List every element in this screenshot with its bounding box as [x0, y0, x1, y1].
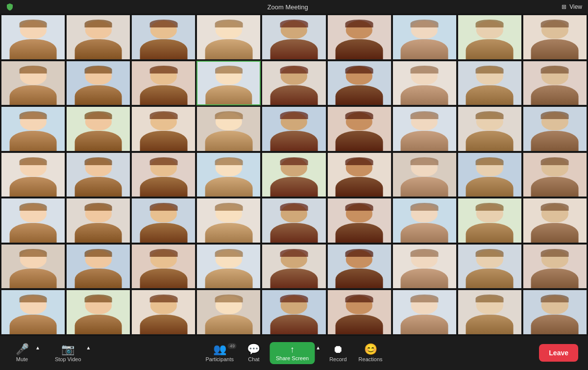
video-cell[interactable]	[131, 152, 196, 197]
video-cell[interactable]	[523, 61, 587, 106]
video-cell[interactable]	[196, 290, 261, 335]
participants-icon: 👥	[213, 344, 226, 355]
share-screen-label: Share Screen	[276, 355, 309, 361]
video-cell[interactable]	[458, 244, 522, 289]
stop-video-button[interactable]: 📷 Stop Video	[51, 342, 85, 364]
video-cell[interactable]	[66, 244, 130, 289]
video-cell[interactable]	[392, 152, 457, 197]
video-cell[interactable]	[196, 198, 261, 243]
reactions-label: Reactions	[359, 356, 383, 362]
video-cell[interactable]	[327, 106, 392, 151]
video-cell[interactable]	[327, 61, 392, 106]
chat-icon: 💬	[247, 344, 260, 355]
stop-video-icon: 📷	[61, 344, 74, 355]
video-cell[interactable]	[131, 106, 196, 151]
video-cell[interactable]	[392, 198, 457, 243]
video-cell[interactable]	[392, 61, 457, 106]
meeting-title: Zoom Meeting	[268, 3, 308, 11]
video-cell[interactable]	[131, 61, 196, 106]
participants-count-label: Participants	[205, 356, 233, 362]
video-cell[interactable]	[392, 106, 457, 151]
toolbar: 🎤 Mute ▲ 📷 Stop Video ▲ 👥 Participants 4…	[0, 336, 588, 370]
leave-button[interactable]: Leave	[539, 344, 578, 362]
stop-video-group: 📷 Stop Video ▲	[51, 342, 92, 364]
stop-video-arrow[interactable]: ▲	[85, 343, 92, 352]
video-cell[interactable]	[1, 198, 65, 243]
video-cell[interactable]	[523, 106, 587, 151]
video-cell[interactable]	[262, 244, 326, 289]
video-cell[interactable]	[523, 244, 587, 289]
video-cell[interactable]	[1, 106, 65, 151]
video-cell[interactable]	[131, 290, 196, 335]
view-icon: ⊞	[562, 3, 566, 10]
top-bar-left	[6, 3, 14, 11]
video-cell[interactable]	[131, 15, 196, 60]
video-cell[interactable]	[262, 152, 326, 197]
reactions-button[interactable]: 😊 Reactions	[355, 342, 387, 364]
video-cell[interactable]	[196, 61, 261, 106]
video-cell[interactable]	[458, 106, 522, 151]
video-cell[interactable]	[262, 198, 326, 243]
video-cell[interactable]	[392, 15, 457, 60]
video-cell[interactable]	[1, 61, 65, 106]
share-screen-icon: ↑	[290, 345, 294, 354]
video-cell[interactable]	[327, 198, 392, 243]
video-cell[interactable]	[458, 290, 522, 335]
video-cell[interactable]	[1, 244, 65, 289]
video-cell[interactable]	[523, 290, 587, 335]
video-cell[interactable]	[66, 152, 130, 197]
video-cell[interactable]	[131, 198, 196, 243]
record-icon: ⏺	[333, 344, 343, 355]
reactions-icon: 😊	[364, 344, 377, 355]
video-cell[interactable]	[327, 15, 392, 60]
mute-icon: 🎤	[16, 344, 29, 355]
chat-label: Chat	[248, 356, 259, 362]
video-cell[interactable]	[1, 152, 65, 197]
video-cell[interactable]	[523, 152, 587, 197]
video-cell[interactable]	[196, 244, 261, 289]
video-cell[interactable]	[1, 290, 65, 335]
video-cell[interactable]	[66, 61, 130, 106]
video-cell[interactable]	[1, 15, 65, 60]
chat-button[interactable]: 💬 Chat	[242, 342, 266, 364]
video-cell[interactable]	[458, 198, 522, 243]
share-screen-button[interactable]: ↑ Share Screen	[270, 342, 315, 364]
share-screen-arrow[interactable]: ▲	[315, 343, 321, 352]
video-grid	[0, 14, 588, 336]
record-label: Record	[329, 356, 346, 362]
top-bar-right: ⊞ View	[562, 3, 582, 10]
view-label[interactable]: View	[569, 3, 582, 10]
video-cell[interactable]	[66, 198, 130, 243]
video-cell[interactable]	[196, 152, 261, 197]
video-cell[interactable]	[66, 15, 130, 60]
participants-button[interactable]: 👥 Participants 49 49	[201, 342, 237, 364]
toolbar-center: 👥 Participants 49 49 💬 Chat ↑ Share Scre…	[201, 342, 386, 364]
stop-video-label: Stop Video	[55, 356, 81, 362]
video-cell[interactable]	[262, 15, 326, 60]
video-cell[interactable]	[458, 152, 522, 197]
video-cell[interactable]	[327, 244, 392, 289]
video-cell[interactable]	[131, 244, 196, 289]
record-button[interactable]: ⏺ Record	[325, 342, 350, 364]
video-cell[interactable]	[327, 152, 392, 197]
mute-arrow[interactable]: ▲	[34, 343, 41, 352]
mute-group: 🎤 Mute ▲	[10, 342, 41, 364]
video-cell[interactable]	[458, 61, 522, 106]
video-cell[interactable]	[458, 15, 522, 60]
video-cell[interactable]	[262, 290, 326, 335]
video-cell[interactable]	[262, 61, 326, 106]
video-cell[interactable]	[66, 106, 130, 151]
share-screen-group: ↑ Share Screen ▲	[270, 342, 321, 364]
video-cell[interactable]	[327, 290, 392, 335]
video-cell[interactable]	[196, 15, 261, 60]
video-cell[interactable]	[392, 290, 457, 335]
video-cell[interactable]	[66, 290, 130, 335]
video-cell[interactable]	[523, 198, 587, 243]
video-cell[interactable]	[523, 15, 587, 60]
top-bar: Zoom Meeting ⊞ View	[0, 0, 588, 14]
video-cell[interactable]	[262, 106, 326, 151]
video-cell[interactable]	[392, 244, 457, 289]
toolbar-right: Leave	[539, 344, 578, 362]
mute-button[interactable]: 🎤 Mute	[10, 342, 34, 364]
video-cell[interactable]	[196, 106, 261, 151]
